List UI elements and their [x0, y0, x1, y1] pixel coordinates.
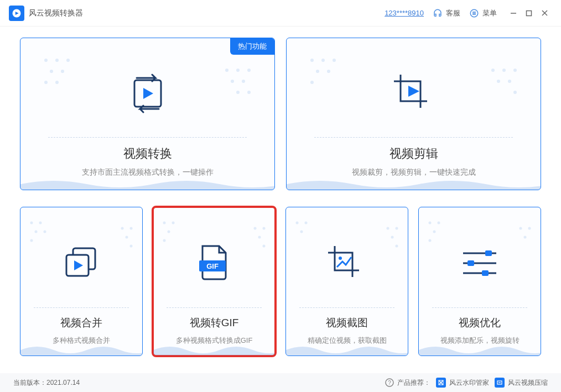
card-video-gif[interactable]: GIF 视频转GIF 多种视频格式转换成GIF [153, 207, 276, 356]
footer-bar: 当前版本： 2021.07.14 ? 产品推荐： 风云水印管家 风云视频压缩 [0, 373, 561, 392]
sliders-icon [460, 247, 500, 279]
card-video-opt[interactable]: 视频优化 视频添加配乐，视频旋转 [418, 207, 541, 356]
gif-file-icon: GIF [197, 244, 231, 281]
crop-play-icon [392, 72, 436, 114]
decorative-wave-icon [20, 175, 275, 190]
recommend-product-2[interactable]: 风云视频压缩 [508, 378, 548, 388]
svg-rect-77 [482, 270, 489, 276]
card-video-merge[interactable]: 视频合并 多种格式视频合并 [20, 207, 143, 356]
card-title: 视频转换 [123, 145, 172, 162]
decorative-wave-icon [287, 175, 541, 190]
svg-point-64 [339, 257, 342, 260]
recommend-product-1[interactable]: 风云水印管家 [449, 378, 489, 388]
svg-rect-6 [527, 11, 532, 15]
main-grid: 热门功能 视频转换 支持市面主流视频格式转换，一键操作 [0, 27, 561, 367]
card-title: 视频剪辑 [389, 145, 438, 162]
decorative-wave-icon [286, 341, 408, 356]
merge-icon [62, 245, 101, 280]
convert-icon [127, 72, 169, 114]
minimize-button[interactable] [506, 6, 521, 21]
close-button[interactable] [537, 6, 552, 21]
product-badge-icon [436, 378, 446, 388]
svg-rect-75 [485, 250, 492, 256]
menu-label: 菜单 [482, 8, 497, 18]
card-video-snap[interactable]: 视频截图 精确定位视频，获取截图 [285, 207, 408, 356]
headset-icon [433, 8, 443, 18]
product-badge-icon [495, 378, 505, 388]
service-label: 客服 [446, 8, 460, 18]
card-video-convert[interactable]: 热门功能 视频转换 支持市面主流视频格式转换，一键操作 [20, 38, 275, 190]
card-title: 视频截图 [326, 316, 368, 330]
svg-text:?: ? [388, 380, 391, 386]
recommend-label: 产品推荐： [397, 378, 430, 388]
card-title: 视频合并 [60, 316, 102, 330]
phone-link[interactable]: 123****8910 [385, 9, 424, 17]
decorative-wave-icon [419, 341, 541, 356]
menu-button[interactable]: 菜单 [469, 8, 497, 18]
version-value: 2021.07.14 [46, 379, 80, 386]
svg-text:GIF: GIF [206, 262, 219, 270]
service-button[interactable]: 客服 [433, 8, 460, 18]
crop-image-icon [327, 245, 367, 280]
card-video-edit[interactable]: 视频剪辑 视频裁剪，视频剪辑，一键快速完成 [286, 38, 541, 190]
titlebar: 风云视频转换器 123****8910 客服 菜单 [0, 0, 561, 27]
svg-rect-76 [468, 260, 474, 266]
version-label: 当前版本： [13, 378, 46, 388]
app-title: 风云视频转换器 [29, 8, 83, 18]
decorative-wave-icon [153, 341, 275, 356]
maximize-button[interactable] [521, 6, 537, 21]
menu-icon [469, 8, 479, 18]
app-logo-icon [9, 6, 24, 21]
card-title: 视频优化 [459, 316, 501, 330]
decorative-wave-icon [20, 341, 142, 356]
card-title: 视频转GIF [190, 316, 239, 330]
help-icon: ? [385, 378, 394, 387]
